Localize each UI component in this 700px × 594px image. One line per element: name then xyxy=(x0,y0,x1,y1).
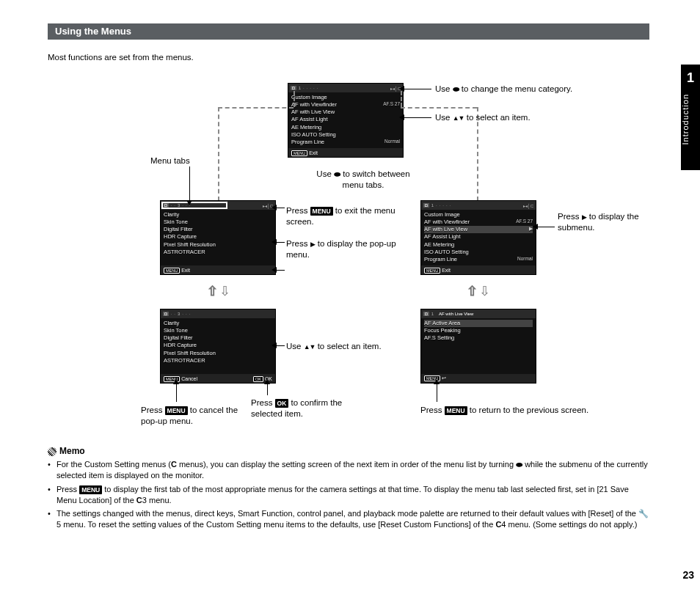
callout-change-category: Use to change the menu category. xyxy=(435,84,572,95)
guide-line xyxy=(294,91,295,107)
callout-exit-menu: Press MENU to exit the menu screen. xyxy=(286,205,396,227)
lcd-menu-row: Program LineNormal xyxy=(424,256,533,263)
lcd-menu-row: HDR Capture xyxy=(164,342,272,349)
up-down-icon xyxy=(304,342,316,351)
lcd-menu-row: Focus Peaking xyxy=(424,327,533,334)
up-down-icon xyxy=(453,113,464,122)
lcd-foot-text: Exit xyxy=(181,268,190,273)
leader-line xyxy=(276,242,285,243)
lcd-foot-text: Exit xyxy=(309,150,318,155)
lcd-top: ◘1·····▸◂│C Custom ImageAF with Viewfind… xyxy=(288,83,404,158)
callout-select-item-2: Use to select an item. xyxy=(286,341,382,352)
lcd-menu-row: Skin Tone xyxy=(164,327,272,334)
menu-badge-icon: MENU xyxy=(424,268,440,274)
guide-line xyxy=(218,107,294,109)
arrowhead-icon xyxy=(271,342,277,348)
arrowhead-icon xyxy=(271,267,277,273)
intro-text: Most functions are set from the menus. xyxy=(48,53,194,62)
lcd-foot-text: Cancel xyxy=(181,376,197,381)
lcd-menu-row: AE Metering xyxy=(424,241,533,249)
lcd-right-lower: ◘1AF with Live View AF Active AreaFocus … xyxy=(420,309,536,384)
lcd-menu-row: ASTROTRACER xyxy=(164,357,272,364)
callout-confirm: Press OK to confirm the selected item. xyxy=(251,397,354,419)
leader-line xyxy=(276,270,285,271)
section-title: Using the Menus xyxy=(55,26,131,37)
page-number: 23 xyxy=(682,569,694,581)
lcd-menu-row: AF with Live View▶ xyxy=(424,226,533,233)
arrowhead-icon xyxy=(264,379,270,384)
leader-line xyxy=(276,345,285,346)
lcd-menu-row: ISO AUTO Setting xyxy=(291,131,400,139)
guide-line xyxy=(401,107,477,109)
ok-badge-icon: OK xyxy=(253,376,263,382)
section-title-bar: Using the Menus xyxy=(48,23,649,40)
lcd-menu-row: HDR Capture xyxy=(164,233,272,241)
leader-line xyxy=(189,166,190,201)
menu-badge-icon: MENU xyxy=(291,150,307,156)
lcd-right-upper: ◘1·····▸◂│C Custom ImageAF with Viewfind… xyxy=(420,200,536,275)
memo-heading: Memo xyxy=(48,446,85,456)
manual-page: Using the Menus Most functions are set f… xyxy=(0,0,700,594)
arrowhead-icon xyxy=(399,86,404,92)
callout-switch-tabs: Use to switch between menu tabs. xyxy=(308,169,418,191)
lcd-tab-bar: ◘1AF with Live View xyxy=(421,309,536,318)
memo-ball-icon xyxy=(48,447,56,456)
wrench-icon: 🔧 xyxy=(638,509,649,518)
menu-button-icon: MENU xyxy=(445,406,467,415)
up-down-arrows-icon: ⇧⇩ xyxy=(207,283,232,299)
memo-body: • For the Custom Setting menus (C menus)… xyxy=(48,459,649,533)
lcd-tab-bar: ◘··3··· xyxy=(161,309,275,318)
right-icon xyxy=(310,239,316,248)
arrowhead-icon xyxy=(186,200,192,205)
chapter-number: 1 xyxy=(681,70,700,86)
lcd-menu-row: Skin Tone xyxy=(164,219,272,226)
callout-display-submenu: Press to display the submenu. xyxy=(558,211,646,233)
memo-bullet: • Press MENU to display the first tab of… xyxy=(48,484,649,506)
lcd-menu-row: AF with ViewfinderAF.S 27 xyxy=(424,219,533,226)
callout-cancel-popup: Press MENU to cancel the pop-up menu. xyxy=(141,405,244,427)
dial-icon xyxy=(516,460,522,469)
leader-line xyxy=(176,384,177,402)
lcd-left-upper: ◘··3···▸◂│C ClaritySkin ToneDigital Filt… xyxy=(160,200,276,275)
arrowhead-icon xyxy=(271,205,277,210)
arrowhead-icon xyxy=(271,239,277,245)
lcd-tab-bar: ◘1·····▸◂│C xyxy=(288,84,403,92)
lcd-menu-row: ISO AUTO Setting xyxy=(424,249,533,256)
submenu-title: AF with Live View xyxy=(439,312,473,316)
up-down-arrows-icon: ⇧⇩ xyxy=(467,283,492,299)
callout-display-popup: Press to display the pop-up menu. xyxy=(286,238,396,260)
dial-icon xyxy=(334,169,340,178)
lcd-menu-row: ASTROTRACER xyxy=(164,249,272,256)
lcd-menu-row: Digital Filter xyxy=(164,334,272,342)
lcd-menu-row: Digital Filter xyxy=(164,226,272,233)
lcd-menu-row: AF with Live View xyxy=(291,109,400,116)
guide-line xyxy=(401,91,402,107)
menu-button-icon: MENU xyxy=(165,406,188,415)
callout-return-prev: Press MENU to return to the previous scr… xyxy=(420,405,588,416)
chapter-name: Introduction xyxy=(681,94,700,144)
lcd-menu-row: AF Assist Light xyxy=(424,233,533,241)
lcd-menu-row: Program LineNormal xyxy=(291,139,400,146)
lcd-menu-row: Custom Image xyxy=(291,94,400,101)
memo-bullet: • The settings changed with the menus, d… xyxy=(48,508,649,530)
arrowhead-icon xyxy=(533,224,538,230)
right-icon xyxy=(582,212,587,221)
leader-line xyxy=(404,117,431,118)
callout-menu-tabs: Menu tabs xyxy=(150,155,190,166)
lcd-left-lower: ◘··3··· ClaritySkin ToneDigital FilterHD… xyxy=(160,309,276,384)
lcd-menu-row: Clarity xyxy=(164,320,272,327)
lcd-menu-row: Clarity xyxy=(164,211,272,219)
chapter-tab: 1 Introduction xyxy=(681,65,700,170)
arrowhead-icon xyxy=(173,379,179,384)
dial-icon xyxy=(453,84,459,93)
lcd-foot-text: Exit xyxy=(442,268,451,273)
lcd-menu-row: Pixel Shift Resolution xyxy=(164,350,272,357)
callout-select-item: Use to select an item. xyxy=(435,112,531,123)
lcd-menu-row: AF Assist Light xyxy=(291,116,400,123)
leader-line xyxy=(437,384,437,402)
memo-bullet: • For the Custom Setting menus (C menus)… xyxy=(48,459,649,481)
lcd-tab-bar: ◘··3···▸◂│C xyxy=(161,201,275,210)
menu-button-icon: MENU xyxy=(79,485,102,494)
guide-line xyxy=(218,107,219,201)
lcd-menu-row: AE Metering xyxy=(291,124,400,131)
